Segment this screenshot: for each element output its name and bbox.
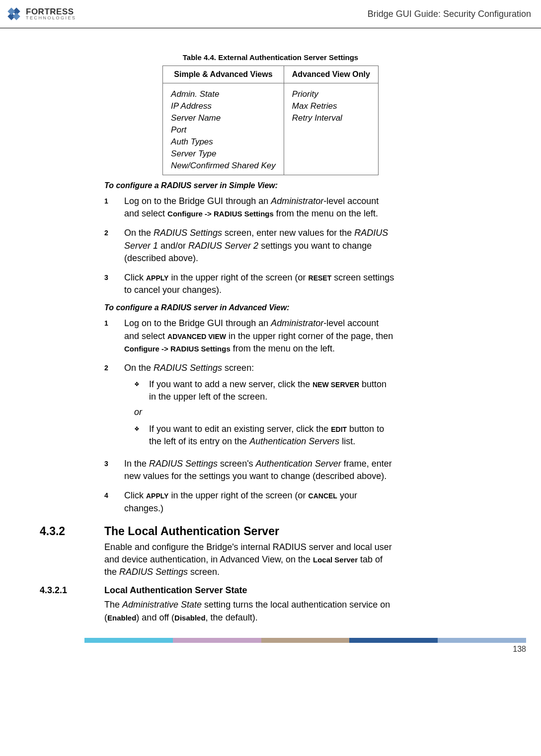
bullet-content: If you want to add a new server, click t…	[149, 378, 395, 403]
step-2-simple: 2 On the RADIUS Settings screen, enter n…	[104, 227, 395, 265]
section-432: 4.3.2 The Local Authentication Server En…	[40, 525, 521, 579]
table-cell: Server Type	[163, 148, 284, 160]
bullet-content: If you want to edit an existing server, …	[149, 423, 395, 448]
table-cell: Server Name	[163, 112, 284, 124]
section-number: 4.3.2	[40, 525, 104, 579]
bullet-list: ❖ If you want to edit an existing server…	[134, 423, 395, 448]
table-cell: Port	[163, 124, 284, 136]
header-title: Bridge GUI Guide: Security Configuration	[368, 9, 531, 19]
step-content: Log on to the Bridge GUI through an Admi…	[124, 317, 395, 355]
table-cell: IP Address	[163, 100, 284, 112]
step-number: 3	[104, 272, 124, 296]
page-header: FORTRESS TECHNOLOGIES Bridge GUI Guide: …	[0, 0, 541, 28]
step-number: 2	[104, 362, 124, 451]
step-2-advanced: 2 On the RADIUS Settings screen: ❖ If yo…	[104, 362, 395, 451]
step-1-simple: 1 Log on to the Bridge GUI through an Ad…	[104, 195, 395, 220]
table-cell: Auth Types	[163, 136, 284, 148]
table-header-left: Simple & Advanced Views	[163, 66, 284, 83]
table-cell: Retry Interval	[284, 112, 378, 124]
bullet-marker-icon: ❖	[134, 378, 149, 403]
step-3-simple: 3 Click APPLY in the upper right of the …	[104, 272, 395, 296]
step-content: Click APPLY in the upper right of the sc…	[124, 272, 395, 296]
step-number: 1	[104, 317, 124, 355]
step-number: 3	[104, 458, 124, 482]
table-cell: New/Confirmed Shared Key	[163, 160, 284, 175]
footer-bar-segment	[349, 638, 438, 643]
step-number: 1	[104, 195, 124, 220]
step-content: On the RADIUS Settings screen, enter new…	[124, 227, 395, 265]
procedure-heading-simple: To configure a RADIUS server in Simple V…	[104, 181, 395, 190]
table-cell: Max Retries	[284, 100, 378, 112]
step-number: 2	[104, 227, 124, 265]
table-header-right: Advanced View Only	[284, 66, 378, 83]
section-content: The Local Authentication Server Enable a…	[104, 525, 395, 579]
step-content: Log on to the Bridge GUI through an Admi…	[124, 195, 395, 220]
section-heading: The Local Authentication Server	[104, 525, 395, 538]
footer-bar-segment	[438, 638, 526, 643]
logo-sub-text: TECHNOLOGIES	[26, 16, 77, 20]
logo-main-text: FORTRESS	[26, 7, 77, 16]
settings-table: Simple & Advanced Views Advanced View On…	[162, 66, 379, 175]
table-cell: Priority	[284, 83, 378, 101]
footer-bar-segment	[261, 638, 350, 643]
page-content: Table 4.4. External Authentication Serve…	[0, 28, 541, 634]
svg-rect-2	[7, 7, 15, 15]
table-caption: Table 4.4. External Authentication Serve…	[20, 53, 521, 62]
section-content: Local Authentication Server State The Ad…	[104, 585, 395, 623]
logo-container: FORTRESS TECHNOLOGIES	[5, 5, 77, 23]
table-cell: Admin. State	[163, 83, 284, 101]
bullet-item: ❖ If you want to add a new server, click…	[134, 378, 395, 403]
step-1-advanced: 1 Log on to the Bridge GUI through an Ad…	[104, 317, 395, 355]
logo-text: FORTRESS TECHNOLOGIES	[26, 7, 77, 20]
body-content: To configure a RADIUS server in Simple V…	[104, 181, 395, 515]
svg-rect-3	[12, 12, 20, 20]
step-3-advanced: 3 In the RADIUS Settings screen's Authen…	[104, 458, 395, 482]
footer-bar-segment	[84, 638, 173, 643]
bullet-marker-icon: ❖	[134, 423, 149, 448]
procedure-heading-advanced: To configure a RADIUS server in Advanced…	[104, 303, 395, 312]
page-number: 138	[84, 645, 526, 654]
bullet-list: ❖ If you want to add a new server, click…	[134, 378, 395, 403]
or-separator: or	[134, 406, 395, 418]
table-cell	[284, 124, 378, 136]
page-footer: 138	[84, 638, 526, 654]
step-content: On the RADIUS Settings screen: ❖ If you …	[124, 362, 395, 451]
step-number: 4	[104, 489, 124, 514]
footer-bar-segment	[173, 638, 261, 643]
section-paragraph: Enable and configure the Bridge's intern…	[104, 541, 395, 579]
bullet-item: ❖ If you want to edit an existing server…	[134, 423, 395, 448]
section-number: 4.3.2.1	[40, 585, 104, 623]
section-4321: 4.3.2.1 Local Authentication Server Stat…	[40, 585, 521, 623]
fortress-logo-icon	[5, 5, 23, 23]
step-content: In the RADIUS Settings screen's Authenti…	[124, 458, 395, 482]
table-cell	[284, 160, 378, 175]
table-cell	[284, 136, 378, 148]
step-content: Click APPLY in the upper right of the sc…	[124, 489, 395, 514]
footer-color-bar	[84, 638, 526, 643]
step-4-advanced: 4 Click APPLY in the upper right of the …	[104, 489, 395, 514]
section-heading: Local Authentication Server State	[104, 585, 395, 596]
table-cell	[284, 148, 378, 160]
section-paragraph: The Administrative State setting turns t…	[104, 599, 395, 623]
